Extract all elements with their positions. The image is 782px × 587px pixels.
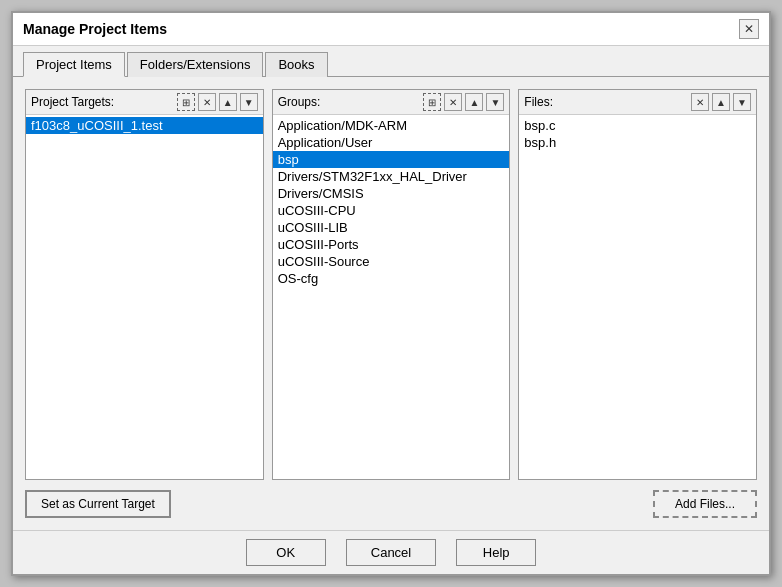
files-label: Files: [524,95,688,109]
list-item[interactable]: bsp [273,151,510,168]
groups-list: Application/MDK-ARM Application/User bsp… [273,115,510,479]
list-item[interactable]: bsp.c [519,117,756,134]
tab-project-items[interactable]: Project Items [23,52,125,77]
list-item[interactable]: Drivers/STM32F1xx_HAL_Driver [273,168,510,185]
list-item[interactable]: uCOSIII-Source [273,253,510,270]
new-group-button[interactable]: ⊞ [423,93,441,111]
move-target-up-button[interactable]: ▲ [219,93,237,111]
files-list: bsp.c bsp.h [519,115,756,479]
ok-button[interactable]: OK [246,539,326,566]
dialog-title: Manage Project Items [23,21,167,37]
delete-group-button[interactable]: ✕ [444,93,462,111]
help-button[interactable]: Help [456,539,536,566]
new-target-button[interactable]: ⊞ [177,93,195,111]
list-item[interactable]: Drivers/CMSIS [273,185,510,202]
move-target-down-button[interactable]: ▼ [240,93,258,111]
project-targets-panel: Project Targets: ⊞ ✕ ▲ ▼ f103c8_uCOSIII_… [25,89,264,480]
list-item[interactable]: Application/User [273,134,510,151]
project-targets-label: Project Targets: [31,95,174,109]
title-bar: Manage Project Items ✕ [13,13,769,46]
delete-file-button[interactable]: ✕ [691,93,709,111]
move-group-down-button[interactable]: ▼ [486,93,504,111]
tab-books[interactable]: Books [265,52,327,77]
cancel-button[interactable]: Cancel [346,539,436,566]
list-item[interactable]: uCOSIII-CPU [273,202,510,219]
files-header: Files: ✕ ▲ ▼ [519,90,756,115]
bottom-row: Set as Current Target Add Files... [25,490,757,518]
groups-label: Groups: [278,95,421,109]
list-item[interactable]: f103c8_uCOSIII_1.test [26,117,263,134]
set-current-target-button[interactable]: Set as Current Target [25,490,171,518]
move-group-up-button[interactable]: ▲ [465,93,483,111]
list-item[interactable]: uCOSIII-LIB [273,219,510,236]
delete-target-button[interactable]: ✕ [198,93,216,111]
close-button[interactable]: ✕ [739,19,759,39]
list-item[interactable]: uCOSIII-Ports [273,236,510,253]
add-files-button[interactable]: Add Files... [653,490,757,518]
files-panel: Files: ✕ ▲ ▼ bsp.c bsp.h [518,89,757,480]
project-targets-header: Project Targets: ⊞ ✕ ▲ ▼ [26,90,263,115]
dialog-footer: OK Cancel Help [13,530,769,574]
list-item[interactable]: bsp.h [519,134,756,151]
list-item[interactable]: OS-cfg [273,270,510,287]
groups-header: Groups: ⊞ ✕ ▲ ▼ [273,90,510,115]
panels-row: Project Targets: ⊞ ✕ ▲ ▼ f103c8_uCOSIII_… [25,89,757,480]
groups-panel: Groups: ⊞ ✕ ▲ ▼ Application/MDK-ARM Appl… [272,89,511,480]
list-item[interactable]: Application/MDK-ARM [273,117,510,134]
tab-folders-extensions[interactable]: Folders/Extensions [127,52,264,77]
move-file-down-button[interactable]: ▼ [733,93,751,111]
manage-project-dialog: Manage Project Items ✕ Project Items Fol… [11,11,771,576]
tab-bar: Project Items Folders/Extensions Books [13,46,769,77]
move-file-up-button[interactable]: ▲ [712,93,730,111]
content-area: Project Targets: ⊞ ✕ ▲ ▼ f103c8_uCOSIII_… [13,77,769,530]
project-targets-list: f103c8_uCOSIII_1.test [26,115,263,479]
